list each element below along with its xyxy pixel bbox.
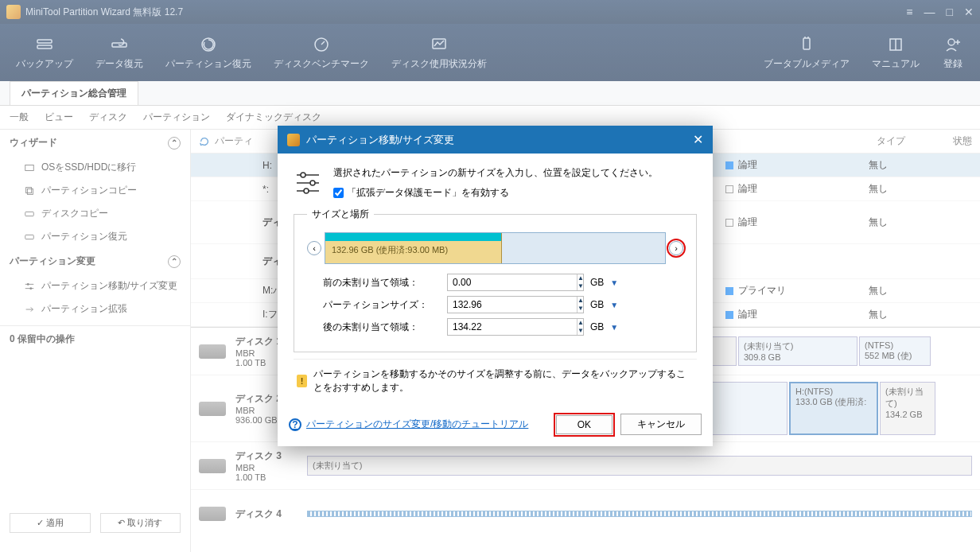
spin-up-icon[interactable]: ▲ [578,297,584,305]
spin-down-icon[interactable]: ▼ [578,327,584,335]
spin-down-icon[interactable]: ▼ [578,282,584,290]
ok-button[interactable]: OK [556,415,612,434]
unit-dropdown[interactable]: ▼ [610,301,621,309]
dialog-titlebar: パーティション移動/サイズ変更 ✕ [278,126,713,154]
protect-mode-checkbox[interactable]: 「拡張データ保護モード」を有効する [333,186,658,200]
extend-right-button[interactable]: › [669,241,683,255]
used-region[interactable]: 132.96 GB (使用済:93.00 MB) [325,233,502,263]
after-input[interactable]: ▲▼ [447,318,584,336]
size-label: パーティションサイズ： [307,298,447,312]
before-input[interactable]: ▲▼ [447,274,584,291]
sliders-icon [294,166,322,200]
before-label: 前の未割り当て領域： [307,276,447,290]
spin-down-icon[interactable]: ▼ [578,305,584,313]
fieldset-legend: サイズと場所 [307,208,374,221]
size-track[interactable]: 132.96 GB (使用済:93.00 MB) [325,232,666,264]
protect-mode-input[interactable] [333,188,344,198]
size-location-fieldset: サイズと場所 ‹ 132.96 GB (使用済:93.00 MB) › 前の未割… [294,208,697,352]
help-icon: ? [289,418,301,431]
after-value[interactable] [448,319,577,335]
cancel-button[interactable]: キャンセル [620,414,702,435]
dialog-logo-icon [287,134,300,146]
dialog-instruction: 選択されたパーティションの新サイズを入力し、位置を設定してください。 [333,166,658,180]
spin-up-icon[interactable]: ▲ [578,319,584,327]
unit-dropdown[interactable]: ▼ [610,323,621,332]
warning-icon: ! [297,375,307,387]
unit-dropdown[interactable]: ▼ [610,278,621,287]
svg-point-27 [304,189,309,193]
warning-row: ! パーティションを移動するかそのサイズを調整する前に、データをバックアップする… [294,359,697,398]
after-label: 後の未割り当て領域： [307,321,447,334]
move-resize-dialog: パーティション移動/サイズ変更 ✕ 選択されたパーティションの新サイズを入力し、… [278,126,713,446]
shrink-left-button[interactable]: ‹ [307,241,321,255]
dialog-close-icon[interactable]: ✕ [693,132,703,147]
tutorial-link[interactable]: ? パーティションのサイズ変更/移動のチュートリアル [289,418,528,431]
svg-point-23 [301,173,305,177]
dialog-title: パーティション移動/サイズ変更 [306,133,454,147]
before-value[interactable] [448,274,577,290]
size-value[interactable] [448,297,577,313]
size-input[interactable]: ▲▼ [447,296,584,313]
spin-up-icon[interactable]: ▲ [578,274,584,282]
svg-point-25 [310,181,315,185]
